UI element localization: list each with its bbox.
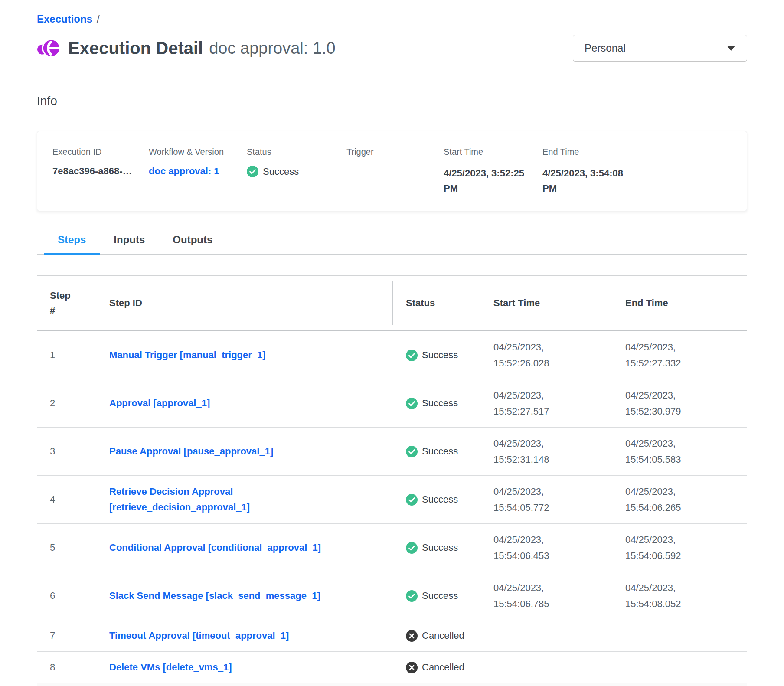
- table-header-row: Step # Step ID Status Start Time End Tim…: [37, 276, 747, 331]
- start-time-label: Start Time: [444, 147, 542, 157]
- breadcrumb-separator: /: [97, 13, 100, 25]
- step-start-time: 04/25/2023, 15:52:26.028: [493, 339, 563, 371]
- execution-detail-page: Executions/ Execution Detail doc approva…: [0, 0, 784, 686]
- table-row: 5 Conditional Approval [conditional_appr…: [37, 524, 747, 572]
- step-status-text: Success: [422, 398, 458, 409]
- table-row: 6 Slack Send Message [slack_send_message…: [37, 572, 747, 620]
- tab-inputs[interactable]: Inputs: [100, 231, 159, 255]
- workflow-version-link[interactable]: doc approval: 1: [149, 166, 219, 176]
- bottom-strip: [37, 683, 747, 686]
- table-row: 8 Delete VMs [delete_vms_1] Cancelled: [37, 652, 747, 683]
- step-number: 7: [37, 620, 96, 652]
- steps-table: Step # Step ID Status Start Time End Tim…: [37, 275, 747, 683]
- workflow-icon: [37, 36, 60, 60]
- step-number: 3: [37, 428, 96, 476]
- step-start-time: 04/25/2023, 15:52:27.517: [493, 387, 563, 419]
- step-id-link[interactable]: Retrieve Decision Approval [retrieve_dec…: [109, 484, 352, 515]
- trigger-label: Trigger: [346, 147, 444, 157]
- info-field-end-time: End Time 4/25/2023, 3:54:08 PM: [542, 147, 747, 196]
- success-icon: [406, 398, 418, 409]
- step-status-text: Success: [422, 542, 458, 553]
- info-field-workflow: Workflow & Version doc approval: 1: [149, 147, 247, 196]
- step-start-time: 04/25/2023, 15:54:06.453: [493, 532, 563, 564]
- execution-id-value: 7e8ac396-a868-…: [52, 166, 149, 177]
- step-id-link[interactable]: Slack Send Message [slack_send_message_1…: [109, 588, 320, 604]
- step-number: 2: [37, 379, 96, 428]
- info-card: Execution ID 7e8ac396-a868-… Workflow & …: [37, 131, 747, 211]
- step-status-text: Cancelled: [422, 630, 464, 641]
- cancelled-icon: [406, 662, 418, 673]
- table-row: 4 Retrieve Decision Approval [retrieve_d…: [37, 476, 747, 524]
- step-start-time: 04/25/2023, 15:54:06.785: [493, 580, 563, 612]
- column-header-end-time: End Time: [612, 276, 747, 331]
- page-title: Execution Detail: [68, 39, 203, 58]
- success-icon: [406, 590, 418, 602]
- step-id-link[interactable]: Timeout Approval [timeout_approval_1]: [109, 628, 289, 644]
- step-id-link[interactable]: Conditional Approval [conditional_approv…: [109, 540, 321, 555]
- step-status: Success: [406, 590, 476, 602]
- execution-status-text: Success: [263, 166, 299, 177]
- step-end-time: 04/25/2023, 15:52:27.332: [625, 339, 695, 371]
- title-row: Execution Detail doc approval: 1.0 Perso…: [37, 35, 747, 62]
- step-number: 5: [37, 524, 96, 572]
- table-row: 1 Manual Trigger [manual_trigger_1] Succ…: [37, 331, 747, 379]
- step-end-time: 04/25/2023, 15:52:30.979: [625, 387, 695, 419]
- table-row: 7 Timeout Approval [timeout_approval_1] …: [37, 620, 747, 652]
- page-subtitle: doc approval: 1.0: [209, 39, 336, 58]
- scope-dropdown-value: Personal: [585, 42, 727, 54]
- success-icon: [406, 542, 418, 554]
- info-section-title: Info: [37, 94, 747, 108]
- column-header-start-time: Start Time: [480, 276, 612, 331]
- step-number: 1: [37, 331, 96, 379]
- table-row: 3 Pause Approval [pause_approval_1] Succ…: [37, 428, 747, 476]
- info-field-trigger: Trigger: [346, 147, 444, 196]
- info-divider: [37, 117, 747, 117]
- execution-status: Success: [247, 166, 346, 177]
- info-field-execution-id: Execution ID 7e8ac396-a868-…: [52, 147, 149, 196]
- header-divider: [37, 75, 747, 75]
- start-time-value: 4/25/2023, 3:52:25 PM: [444, 166, 530, 196]
- step-start-time: 04/25/2023, 15:52:31.148: [493, 435, 563, 467]
- scope-dropdown[interactable]: Personal: [573, 35, 747, 62]
- status-label: Status: [247, 147, 346, 157]
- step-id-link[interactable]: Delete VMs [delete_vms_1]: [109, 660, 232, 675]
- workflow-label: Workflow & Version: [149, 147, 247, 157]
- step-number: 4: [37, 476, 96, 524]
- detail-tabs: Steps Inputs Outputs: [37, 231, 747, 255]
- info-field-start-time: Start Time 4/25/2023, 3:52:25 PM: [444, 147, 542, 196]
- cancelled-icon: [406, 630, 418, 642]
- column-header-step-id: Step ID: [96, 276, 393, 331]
- tab-steps[interactable]: Steps: [44, 231, 100, 255]
- step-id-link[interactable]: Manual Trigger [manual_trigger_1]: [109, 347, 266, 363]
- success-icon: [406, 350, 418, 361]
- step-status-text: Success: [422, 590, 458, 601]
- step-status: Success: [406, 446, 476, 457]
- success-icon: [406, 446, 418, 457]
- execution-id-label: Execution ID: [52, 147, 149, 157]
- step-end-time: 04/25/2023, 15:54:08.052: [625, 580, 695, 612]
- step-id-link[interactable]: Approval [approval_1]: [109, 395, 210, 411]
- step-status: Success: [406, 494, 476, 506]
- chevron-down-icon: [727, 46, 735, 51]
- step-status: Success: [406, 398, 476, 409]
- breadcrumb-executions-link[interactable]: Executions: [37, 13, 92, 25]
- column-header-status: Status: [393, 276, 480, 331]
- step-id-link[interactable]: Pause Approval [pause_approval_1]: [109, 444, 273, 459]
- table-row: 2 Approval [approval_1] Success 04/25/20…: [37, 379, 747, 428]
- tab-outputs[interactable]: Outputs: [159, 231, 226, 255]
- step-status: Success: [406, 350, 476, 361]
- step-end-time: 04/25/2023, 15:54:06.592: [625, 532, 695, 564]
- step-number: 8: [37, 652, 96, 683]
- step-end-time: 04/25/2023, 15:54:05.583: [625, 435, 695, 467]
- column-header-step-num: Step #: [37, 276, 96, 331]
- success-icon: [406, 494, 418, 506]
- info-field-status: Status Success: [247, 147, 346, 196]
- step-status: Cancelled: [406, 630, 476, 642]
- step-number: 6: [37, 572, 96, 620]
- step-status-text: Cancelled: [422, 662, 464, 673]
- step-status: Cancelled: [406, 662, 476, 673]
- end-time-label: End Time: [542, 147, 747, 157]
- step-status-text: Success: [422, 494, 458, 505]
- end-time-value: 4/25/2023, 3:54:08 PM: [542, 166, 629, 196]
- breadcrumb: Executions/: [37, 13, 747, 25]
